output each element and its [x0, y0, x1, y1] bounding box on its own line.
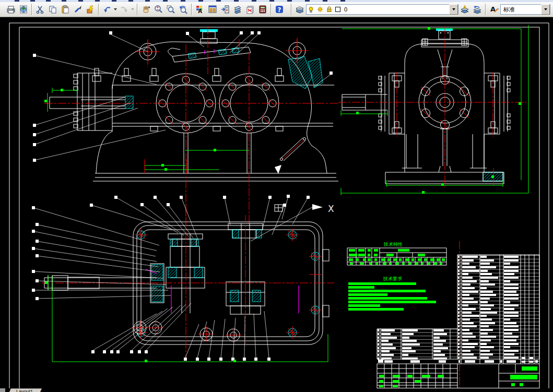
tab-layout1[interactable]: Layout1 [7, 388, 42, 392]
copy-icon[interactable] [46, 3, 59, 16]
redo-icon[interactable] [118, 3, 131, 16]
publish-icon[interactable] [0, 4, 5, 15]
side-view [338, 25, 528, 195]
layout-tabs-icon[interactable] [0, 388, 5, 392]
toolbar-separator [485, 4, 486, 15]
toolbar-separator [98, 4, 99, 15]
layer-on-bulb-icon[interactable] [308, 6, 314, 13]
zoom-previous-icon[interactable] [177, 3, 190, 16]
plot-preview-icon[interactable] [17, 3, 30, 16]
tool-palettes-icon[interactable] [219, 3, 231, 16]
text-style-icon[interactable]: A [488, 3, 500, 16]
section-label: X [328, 204, 334, 214]
toolbar-separator [31, 4, 32, 15]
svg-text:A: A [198, 8, 202, 14]
redo-dropdown-icon[interactable] [131, 4, 135, 15]
layers-icon[interactable] [293, 3, 306, 16]
tech-requirements: 技术要求 [348, 276, 436, 311]
block-editor-icon[interactable] [84, 3, 97, 16]
designcenter-icon[interactable] [206, 3, 219, 16]
standard-toolbar: A ? [0, 2, 553, 17]
make-object-layer-current-icon[interactable] [458, 3, 471, 16]
cut-icon[interactable] [34, 3, 46, 16]
layer-dropdown[interactable]: 0 [306, 4, 458, 15]
current-text-style: 标准 [503, 6, 515, 14]
undo-dropdown-icon[interactable] [113, 4, 118, 15]
front-view [34, 26, 338, 223]
layout-tab-label: Layout1 [16, 389, 33, 392]
layer-dropdown-arrow[interactable] [449, 4, 458, 15]
tech-requirements-title: 技术要求 [383, 276, 402, 281]
tech-spec-table: 技术特性 [347, 242, 446, 265]
sheet-set-manager-icon[interactable] [231, 3, 244, 16]
menu-bar-sliver [0, 0, 553, 2]
layout-tab-bar: Layout1 [0, 388, 553, 392]
help-icon[interactable]: ? [273, 3, 286, 16]
zoom-window-icon[interactable] [164, 3, 177, 16]
properties-icon[interactable]: A [194, 3, 206, 16]
layer-freeze-sun-icon[interactable] [317, 6, 323, 13]
quickcalc-icon[interactable] [256, 3, 269, 16]
undo-icon[interactable] [101, 3, 113, 16]
toolbar-separator [291, 4, 292, 15]
text-style-dropdown-arrow[interactable] [541, 4, 550, 15]
application-window: A ? [0, 0, 553, 392]
text-style-dropdown[interactable]: 标准 [500, 4, 550, 15]
toolbar-separator [137, 4, 138, 15]
layer-color-swatch[interactable] [335, 7, 340, 12]
plot-icon[interactable] [5, 3, 17, 16]
match-properties-icon[interactable] [72, 3, 84, 16]
layer-lock-icon[interactable] [326, 6, 332, 13]
toolbar-separator [191, 4, 192, 15]
drawing-canvas[interactable]: X 技术特性 技术要求 [0, 17, 553, 388]
toolbar-separator [270, 4, 272, 15]
pan-icon[interactable] [139, 3, 152, 16]
svg-text:?: ? [278, 6, 281, 14]
dimension-text-squares [44, 27, 521, 362]
zoom-realtime-icon[interactable] [152, 3, 164, 16]
current-layer-name: 0 [344, 6, 347, 13]
paste-icon[interactable] [59, 3, 72, 16]
layer-previous-icon[interactable] [471, 3, 484, 16]
title-block [377, 364, 539, 388]
tech-spec-title: 技术特性 [383, 242, 403, 247]
markup-set-manager-icon[interactable] [244, 3, 256, 16]
